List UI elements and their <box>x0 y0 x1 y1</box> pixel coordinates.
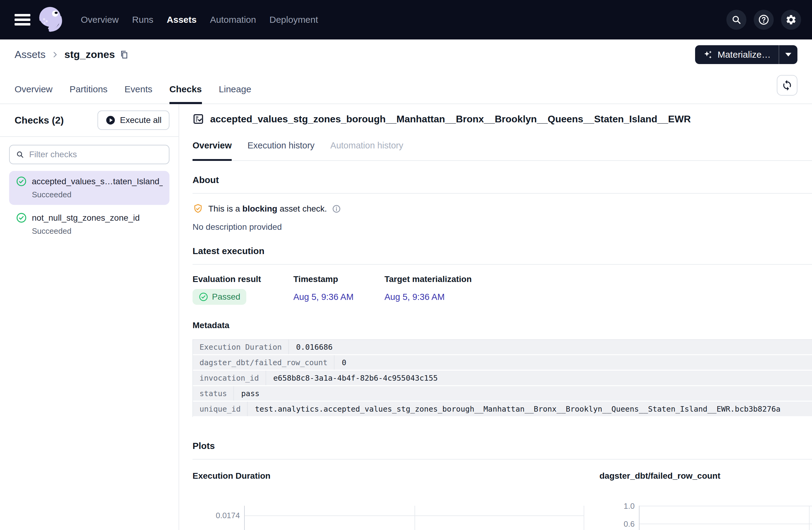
metadata-key: status <box>193 386 234 401</box>
help-button[interactable] <box>754 10 774 30</box>
settings-button[interactable] <box>781 10 801 30</box>
metadata-table: Execution Duration 0.016686 dagster_dbt/… <box>192 339 812 417</box>
gear-icon <box>785 14 797 26</box>
check-tabs: Overview Execution history Automation hi… <box>192 141 812 161</box>
metadata-value: test.analytics.accepted_values_stg_zones… <box>247 402 812 416</box>
metadata-key: Execution Duration <box>193 340 289 354</box>
search-icon <box>16 150 24 159</box>
table-row: unique_id test.analytics.accepted_values… <box>193 402 812 417</box>
failed-row-count-chart: dagster_dbt/failed_row_count 1.0 0.6 <box>584 471 812 530</box>
metadata-key: dagster_dbt/failed_row_count <box>193 355 334 370</box>
success-check-icon <box>16 176 27 187</box>
check-title: accepted_values_stg_zones_borough__Manha… <box>210 114 691 125</box>
check-detail-panel: accepted_values_stg_zones_borough__Manha… <box>179 104 812 530</box>
table-row: Execution Duration 0.016686 <box>193 340 812 355</box>
check-tab-execution-history[interactable]: Execution history <box>247 141 315 160</box>
filter-checks-input[interactable] <box>9 145 170 164</box>
y-tick-label: 0.0174 <box>216 511 240 520</box>
info-icon[interactable] <box>332 204 341 214</box>
chevron-down-icon <box>785 53 791 57</box>
asset-check-icon <box>192 113 204 125</box>
chart-plot-area <box>244 506 584 530</box>
target-materialization-link[interactable]: Aug 5, 9:36 AM <box>385 292 512 302</box>
execution-duration-chart: Execution Duration 0.0174 <box>192 471 584 530</box>
tab-partitions[interactable]: Partitions <box>70 84 107 104</box>
chart-plot-area <box>639 506 812 530</box>
hamburger-menu-icon[interactable] <box>15 14 30 26</box>
chart-title: dagster_dbt/failed_row_count <box>599 471 812 481</box>
checks-sidebar: Checks (2) Execute all <box>0 104 179 530</box>
check-item-label: not_null_stg_zones_zone_id <box>32 213 140 223</box>
success-check-icon <box>16 212 27 223</box>
check-item-status: Succeeded <box>32 190 163 200</box>
asset-tabs: Overview Partitions Events Checks Lineag… <box>0 70 812 104</box>
page-title: stg_zones <box>64 48 115 60</box>
nav-item-automation[interactable]: Automation <box>210 15 256 25</box>
metadata-value: pass <box>234 386 812 401</box>
checks-count-title: Checks (2) <box>15 115 64 126</box>
sparkle-icon <box>703 49 713 60</box>
metadata-heading: Metadata <box>192 321 812 330</box>
help-icon <box>758 14 769 26</box>
copy-button[interactable] <box>120 50 129 59</box>
chart-title: Execution Duration <box>192 471 584 481</box>
materialize-split-button: Materialize… <box>695 45 797 64</box>
breadcrumb-assets-link[interactable]: Assets <box>15 48 46 60</box>
execute-all-button[interactable]: Execute all <box>98 111 170 130</box>
top-nav: Overview Runs Assets Automation Deployme… <box>0 0 812 40</box>
check-list-item-accepted-values[interactable]: accepted_values_s…taten_Island_ Succeede… <box>9 171 170 205</box>
tab-overview[interactable]: Overview <box>15 84 53 104</box>
shield-check-icon <box>192 203 203 214</box>
table-row: status pass <box>193 386 812 402</box>
tab-lineage[interactable]: Lineage <box>219 84 251 104</box>
check-item-status: Succeeded <box>32 226 163 236</box>
nav-item-overview[interactable]: Overview <box>81 15 119 25</box>
tab-events[interactable]: Events <box>125 84 153 104</box>
chevron-right-icon <box>51 51 59 59</box>
nav-item-assets[interactable]: Assets <box>167 15 197 25</box>
about-heading: About <box>192 175 812 185</box>
latest-execution-heading: Latest execution <box>192 246 812 256</box>
passed-badge: Passed <box>192 289 246 305</box>
materialize-dropdown-button[interactable] <box>779 45 797 64</box>
no-description-text: No description provided <box>192 222 812 232</box>
nav-item-deployment[interactable]: Deployment <box>269 15 318 25</box>
metadata-key: unique_id <box>193 402 247 416</box>
metadata-key: invocation_id <box>193 371 266 385</box>
blocking-text: This is a blocking asset check. <box>208 204 327 214</box>
search-button[interactable] <box>726 10 746 30</box>
check-item-label: accepted_values_s…taten_Island_ <box>32 177 163 186</box>
check-tab-overview[interactable]: Overview <box>192 141 232 160</box>
search-icon <box>731 14 742 25</box>
play-circle-icon <box>105 115 116 126</box>
refresh-icon <box>781 79 793 91</box>
refresh-button[interactable] <box>777 75 797 95</box>
metadata-value: 0 <box>334 355 812 370</box>
success-check-icon <box>199 292 208 302</box>
breadcrumb: Assets stg_zones Materialize… <box>0 40 812 70</box>
check-tab-automation-history[interactable]: Automation history <box>330 141 403 160</box>
nav-item-runs[interactable]: Runs <box>132 15 153 25</box>
plots-heading: Plots <box>192 441 812 451</box>
evaluation-result-header: Evaluation result <box>192 275 293 284</box>
top-nav-items: Overview Runs Assets Automation Deployme… <box>81 15 318 25</box>
table-row: dagster_dbt/failed_row_count 0 <box>193 355 812 371</box>
target-materialization-header: Target materialization <box>385 275 512 284</box>
check-list-item-not-null[interactable]: not_null_stg_zones_zone_id Succeeded <box>9 207 170 241</box>
tab-checks[interactable]: Checks <box>170 84 202 104</box>
copy-icon <box>120 50 129 59</box>
timestamp-link[interactable]: Aug 5, 9:36 AM <box>293 292 385 302</box>
metadata-value: 0.016686 <box>289 340 812 354</box>
dagster-logo-icon <box>34 3 68 36</box>
filter-checks-field[interactable] <box>29 149 163 160</box>
y-tick-label: 1.0 <box>624 501 635 511</box>
metadata-value: e658b8c8-3a1a-4b4f-82b6-4c955043c155 <box>266 371 812 385</box>
timestamp-header: Timestamp <box>293 275 385 284</box>
materialize-button[interactable]: Materialize… <box>695 45 779 64</box>
y-tick-label: 0.6 <box>624 519 635 529</box>
table-row: invocation_id e658b8c8-3a1a-4b4f-82b6-4c… <box>193 371 812 386</box>
